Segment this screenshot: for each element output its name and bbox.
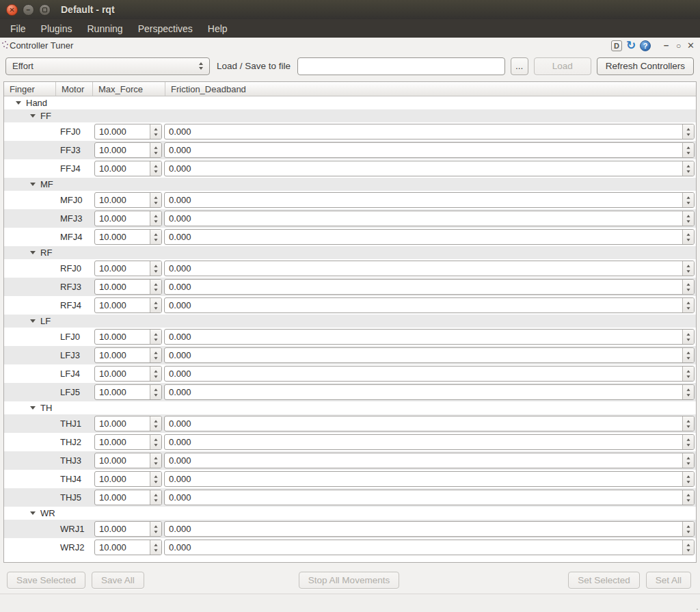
tree-motor-row-WRJ1[interactable]: WRJ110.0000.000 <box>4 520 696 538</box>
dock-reload-button[interactable]: ↻ <box>625 40 636 51</box>
max-force-spinbox[interactable]: 10.000 <box>94 261 162 276</box>
refresh-controllers-button[interactable]: Refresh Controllers <box>597 57 694 75</box>
menu-running[interactable]: Running <box>79 21 130 37</box>
spin-down-icon[interactable] <box>154 499 157 501</box>
spin-down-icon[interactable] <box>154 239 157 241</box>
spin-up-icon[interactable] <box>154 475 157 477</box>
spin-up-icon[interactable] <box>154 333 157 335</box>
max-force-spinbox-value[interactable]: 10.000 <box>95 367 150 381</box>
friction-deadband-spinbox[interactable]: 0.000 <box>164 521 695 537</box>
friction-deadband-spinbox[interactable]: 0.000 <box>164 384 695 400</box>
max-force-spinbox-value[interactable]: 10.000 <box>95 435 150 449</box>
spinner-buttons[interactable] <box>682 298 694 312</box>
spin-up-icon[interactable] <box>154 196 157 198</box>
friction-deadband-spinbox[interactable]: 0.000 <box>164 142 695 158</box>
spinner-buttons[interactable] <box>150 435 161 449</box>
spin-up-icon[interactable] <box>686 457 690 459</box>
friction-deadband-spinbox-value[interactable]: 0.000 <box>165 230 682 244</box>
friction-deadband-spinbox-value[interactable]: 0.000 <box>165 540 682 555</box>
spin-down-icon[interactable] <box>686 481 690 483</box>
spin-up-icon[interactable] <box>154 388 157 390</box>
friction-deadband-spinbox-value[interactable]: 0.000 <box>165 124 682 139</box>
tree-motor-row-THJ3[interactable]: THJ310.0000.000 <box>4 451 696 470</box>
spin-down-icon[interactable] <box>154 338 157 341</box>
dock-settings-button[interactable]: D <box>611 40 622 51</box>
spin-down-icon[interactable] <box>686 133 690 135</box>
spinner-buttons[interactable] <box>150 124 161 139</box>
friction-deadband-spinbox[interactable]: 0.000 <box>164 329 695 345</box>
spin-down-icon[interactable] <box>154 462 157 464</box>
spinner-buttons[interactable] <box>150 522 161 536</box>
friction-deadband-spinbox-value[interactable]: 0.000 <box>165 453 682 468</box>
friction-deadband-spinbox-value[interactable]: 0.000 <box>165 416 682 431</box>
tree-motor-row-FFJ3[interactable]: FFJ310.0000.000 <box>4 141 696 159</box>
expander-icon[interactable] <box>30 511 36 515</box>
friction-deadband-spinbox-value[interactable]: 0.000 <box>165 435 682 449</box>
spinner-buttons[interactable] <box>150 348 161 362</box>
tree-motor-row-MFJ4[interactable]: MFJ410.0000.000 <box>4 228 696 246</box>
set-selected-button[interactable]: Set Selected <box>568 572 640 589</box>
dock-grip-icon[interactable] <box>1 41 9 51</box>
tree-group-row-MF[interactable]: MF <box>4 178 696 191</box>
friction-deadband-spinbox-value[interactable]: 0.000 <box>165 472 682 486</box>
column-header-max-force[interactable]: Max_Force <box>93 82 165 96</box>
spin-up-icon[interactable] <box>686 475 690 477</box>
max-force-spinbox[interactable]: 10.000 <box>94 384 162 400</box>
expander-icon[interactable] <box>30 183 36 186</box>
spin-up-icon[interactable] <box>686 494 690 496</box>
tree-group-row-WR[interactable]: WR <box>4 507 696 520</box>
spin-up-icon[interactable] <box>686 146 690 148</box>
friction-deadband-spinbox[interactable]: 0.000 <box>164 453 695 468</box>
spin-up-icon[interactable] <box>154 457 157 459</box>
max-force-spinbox-value[interactable]: 10.000 <box>95 472 150 486</box>
max-force-spinbox[interactable]: 10.000 <box>94 329 162 345</box>
spinner-buttons[interactable] <box>150 540 161 555</box>
spinner-buttons[interactable] <box>682 330 694 344</box>
spinner-buttons[interactable] <box>150 490 161 505</box>
tree-motor-row-LFJ0[interactable]: LFJ010.0000.000 <box>4 328 696 346</box>
friction-deadband-spinbox-value[interactable]: 0.000 <box>165 330 682 344</box>
max-force-spinbox-value[interactable]: 10.000 <box>95 453 150 468</box>
expander-icon[interactable] <box>30 114 36 118</box>
spinner-buttons[interactable] <box>682 230 694 244</box>
tree-motor-row-MFJ3[interactable]: MFJ310.0000.000 <box>4 209 696 228</box>
friction-deadband-spinbox[interactable]: 0.000 <box>164 416 695 431</box>
friction-deadband-spinbox[interactable]: 0.000 <box>164 211 695 226</box>
max-force-spinbox[interactable]: 10.000 <box>94 434 162 450</box>
friction-deadband-spinbox-value[interactable]: 0.000 <box>165 522 682 536</box>
spinner-buttons[interactable] <box>150 230 161 244</box>
expander-icon[interactable] <box>16 101 21 105</box>
window-maximize-button[interactable] <box>39 4 51 16</box>
friction-deadband-spinbox[interactable]: 0.000 <box>164 540 695 555</box>
resize-grip-icon[interactable] <box>697 609 698 610</box>
friction-deadband-spinbox-value[interactable]: 0.000 <box>165 193 682 207</box>
spin-up-icon[interactable] <box>686 420 690 422</box>
max-force-spinbox-value[interactable]: 10.000 <box>95 416 150 431</box>
spin-down-icon[interactable] <box>686 220 690 222</box>
spin-down-icon[interactable] <box>686 289 690 291</box>
spin-down-icon[interactable] <box>154 357 157 359</box>
spinner-buttons[interactable] <box>150 161 161 176</box>
max-force-spinbox[interactable]: 10.000 <box>94 142 162 158</box>
tree-motor-row-THJ4[interactable]: THJ410.0000.000 <box>4 470 696 488</box>
max-force-spinbox-value[interactable]: 10.000 <box>95 385 150 399</box>
friction-deadband-spinbox[interactable]: 0.000 <box>164 490 695 505</box>
spinner-buttons[interactable] <box>150 453 161 468</box>
tree-motor-row-RFJ0[interactable]: RFJ010.0000.000 <box>4 259 696 278</box>
friction-deadband-spinbox[interactable]: 0.000 <box>164 297 695 313</box>
column-header-motor[interactable]: Motor <box>56 82 93 96</box>
tree-motor-row-THJ5[interactable]: THJ510.0000.000 <box>4 488 696 507</box>
spinner-buttons[interactable] <box>682 435 694 449</box>
spin-down-icon[interactable] <box>686 270 690 272</box>
column-header-finger[interactable]: Finger <box>4 82 56 96</box>
spin-up-icon[interactable] <box>686 388 690 390</box>
spin-up-icon[interactable] <box>686 215 690 217</box>
tree-motor-row-THJ2[interactable]: THJ210.0000.000 <box>4 433 696 451</box>
spin-down-icon[interactable] <box>154 375 157 377</box>
max-force-spinbox[interactable]: 10.000 <box>94 540 162 555</box>
spin-down-icon[interactable] <box>154 170 157 172</box>
spin-up-icon[interactable] <box>154 146 157 148</box>
spin-down-icon[interactable] <box>154 425 157 427</box>
controller-type-dropdown[interactable]: Effort <box>5 57 210 75</box>
spin-down-icon[interactable] <box>154 220 157 222</box>
